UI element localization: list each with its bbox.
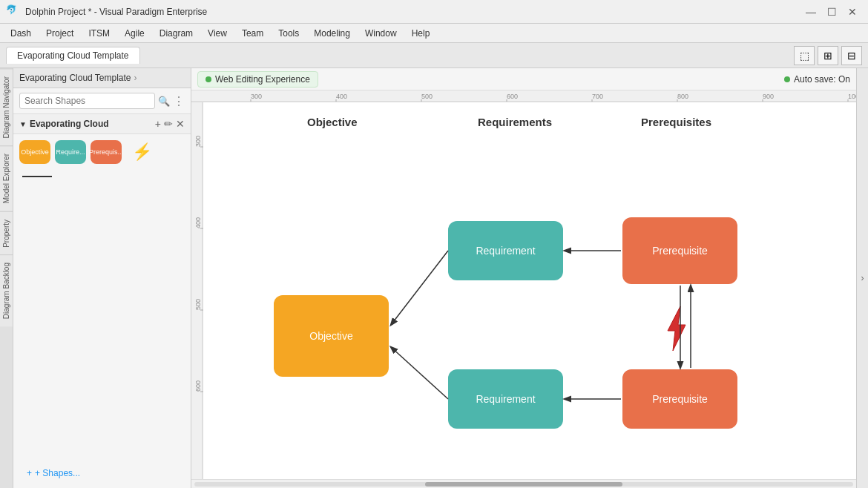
svg-text:300: 300 [251, 93, 262, 100]
label-requirements: Requirements [478, 116, 552, 128]
canvas-toolbar: Web Editing Experience Auto save: On [191, 68, 856, 90]
edit-group-button[interactable]: ✏ [164, 118, 173, 130]
label-prerequisites: Prerequisites [641, 116, 711, 128]
svg-rect-0 [191, 90, 856, 102]
shape-panel: Evaporating Cloud Template › 🔍 ⋮ ▼ Evapo… [13, 68, 191, 488]
active-tab[interactable]: Evaporating Cloud Template [6, 47, 140, 64]
conflict-symbol [662, 303, 691, 355]
box-prerequisite-1[interactable]: Prerequisite [622, 217, 737, 284]
search-input[interactable] [19, 93, 155, 109]
maximize-button[interactable]: ☐ [822, 4, 841, 20]
tab-icon-2[interactable]: ⊞ [818, 46, 838, 65]
sidebar-tab-model-explorer[interactable]: Model Explorer [0, 145, 13, 211]
auto-save-label: Auto save: On [794, 74, 850, 85]
window-controls: — ☐ ✕ [801, 4, 862, 20]
add-shapes-icon: + [27, 468, 32, 478]
tab-icon-1[interactable]: ⬚ [794, 46, 815, 65]
box-prerequisite-2[interactable]: Prerequisite [622, 369, 737, 429]
menu-help[interactable]: Help [404, 26, 438, 41]
vertical-ruler: 300 400 500 600 [191, 102, 203, 479]
shape-group-header: ▼ Evaporating Cloud + ✏ ✕ [13, 114, 191, 134]
menu-agile[interactable]: Agile [117, 26, 152, 41]
menu-dash[interactable]: Dash [3, 26, 39, 41]
line-shape-preview [22, 176, 52, 177]
menu-window[interactable]: Window [358, 26, 404, 41]
web-editing-dot [206, 76, 211, 82]
box-requirement-2[interactable]: Requirement [448, 369, 563, 429]
sidebar-tab-diagram-navigator[interactable]: Diagram Navigator [0, 68, 13, 145]
tab-bar: Evaporating Cloud Template ⬚ ⊞ ⊟ [0, 43, 868, 68]
tab-toolbar: ⬚ ⊞ ⊟ [794, 46, 862, 65]
svg-line-29 [391, 347, 448, 399]
box-requirement-1[interactable]: Requirement [448, 221, 563, 280]
menu-tools[interactable]: Tools [271, 26, 306, 41]
web-editing-label: Web Editing Experience [215, 74, 310, 85]
svg-text:700: 700 [592, 93, 603, 100]
svg-text:600: 600 [507, 93, 518, 100]
main-layout: Diagram Navigator Model Explorer Propert… [0, 68, 868, 488]
group-actions: + ✏ ✕ [155, 118, 185, 130]
canvas-area: Web Editing Experience Auto save: On 300… [191, 68, 856, 488]
svg-text:600: 600 [194, 380, 202, 392]
tab-icon-3[interactable]: ⊟ [841, 46, 862, 65]
collapse-arrow-icon: ▼ [19, 120, 27, 128]
svg-text:500: 500 [421, 93, 433, 100]
canvas-scrollbar[interactable] [191, 479, 856, 488]
box-objective[interactable]: Objective [274, 295, 389, 377]
menu-team[interactable]: Team [234, 26, 271, 41]
app-logo: 🐬 [6, 4, 21, 19]
add-shapes-label: + Shapes... [35, 468, 80, 478]
shape-panel-header: Evaporating Cloud Template › [13, 68, 191, 88]
svg-text:1000: 1000 [848, 93, 856, 100]
minimize-button[interactable]: — [801, 4, 821, 20]
svg-text:400: 400 [194, 217, 202, 228]
title-bar: 🐬 Dolphin Project * - Visual Paradigm En… [0, 0, 868, 24]
collapse-right-icon: › [861, 273, 864, 283]
tab-label: Evaporating Cloud Template [17, 50, 129, 61]
add-shapes-button[interactable]: + + Shapes... [19, 464, 185, 482]
close-button[interactable]: ✕ [843, 4, 862, 20]
svg-text:300: 300 [194, 136, 202, 147]
sidebar-tab-property[interactable]: Property [0, 211, 13, 255]
auto-save-indicator: Auto save: On [784, 74, 850, 85]
menu-itsm[interactable]: ITSM [81, 26, 117, 41]
scrollbar-track[interactable] [194, 482, 853, 487]
search-bar: 🔍 ⋮ [13, 88, 191, 114]
panel-title: Evaporating Cloud Template [19, 73, 131, 83]
svg-text:400: 400 [336, 93, 347, 100]
search-icon[interactable]: 🔍 [158, 96, 170, 107]
left-sidebar-tabs: Diagram Navigator Model Explorer Propert… [0, 68, 13, 488]
add-group-button[interactable]: + [155, 118, 161, 130]
menu-project[interactable]: Project [39, 26, 81, 41]
menu-diagram[interactable]: Diagram [152, 26, 200, 41]
canvas-content[interactable]: Objective Requirements Prerequisites Obj… [203, 102, 856, 479]
svg-rect-18 [191, 102, 203, 479]
group-name: Evaporating Cloud [30, 119, 109, 129]
shape-requirement[interactable]: Require... [55, 140, 86, 164]
scrollbar-thumb[interactable] [425, 482, 622, 487]
shape-grid: Objective Require... Prerequis... ⚡ [13, 134, 191, 170]
svg-text:900: 900 [763, 93, 774, 100]
menu-modeling[interactable]: Modeling [306, 26, 358, 41]
menu-view[interactable]: View [200, 26, 234, 41]
shape-objective[interactable]: Objective [19, 140, 50, 164]
sidebar-tab-diagram-backlog[interactable]: Diagram Backlog [0, 254, 13, 326]
shape-conflict[interactable]: ⚡ [126, 140, 157, 164]
breadcrumb-arrow: › [134, 73, 137, 83]
auto-save-dot [784, 76, 790, 82]
svg-text:500: 500 [194, 299, 202, 310]
search-more-icon[interactable]: ⋮ [173, 94, 185, 108]
svg-line-28 [391, 251, 448, 325]
horizontal-ruler: 300 400 500 600 700 800 900 1000 [191, 90, 856, 102]
svg-text:800: 800 [677, 93, 688, 100]
shape-prerequisite[interactable]: Prerequis... [91, 140, 122, 164]
canvas-with-vruler: 300 400 500 600 Objective Requirements [191, 102, 856, 479]
close-group-button[interactable]: ✕ [176, 118, 185, 130]
web-editing-badge: Web Editing Experience [197, 71, 318, 88]
app-title: Dolphin Project * - Visual Paradigm Ente… [25, 7, 801, 17]
shape-line[interactable] [13, 170, 191, 183]
right-panel-collapse[interactable]: › [856, 68, 868, 488]
diagram-container: Objective Requirements Prerequisites Obj… [203, 102, 856, 479]
menu-bar: Dash Project ITSM Agile Diagram View Tea… [0, 24, 868, 43]
label-objective: Objective [307, 116, 358, 128]
